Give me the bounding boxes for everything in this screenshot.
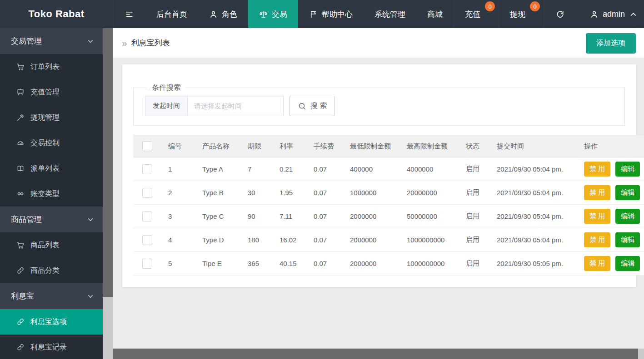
column-header: 最高限制金额 (400, 135, 459, 157)
breadcrumb-bar: » 利息宝列表 添加选项 (113, 28, 644, 58)
row-checkbox[interactable] (142, 188, 152, 198)
sidebar-item-label: 商品列表 (30, 241, 60, 250)
table-row: 5Tipe E36540.150.0720000001000000000启用20… (133, 252, 644, 275)
cell-status: 启用 (459, 252, 490, 275)
sidebar-item-label: 充值管理 (30, 88, 60, 97)
nav-tab-label: 帮助中心 (322, 9, 353, 20)
sidebar-section-label: 交易管理 (11, 36, 42, 46)
column-header: 状态 (459, 135, 490, 157)
disable-button[interactable]: 禁 用 (584, 185, 610, 200)
cell-status: 启用 (459, 228, 490, 252)
sidebar-item-withdraw-manage[interactable]: 提现管理 (0, 105, 103, 130)
table-row: 2Type B301.950.07100000020000000启用2021/0… (133, 181, 644, 205)
row-checkbox[interactable] (142, 164, 152, 174)
top-navbar: Toko Rabat 后台首页角色交易帮助中心系统管理商城充值0提现0 admi… (0, 0, 644, 28)
sidebar-scrollbar[interactable] (103, 28, 113, 359)
edit-button[interactable]: 编辑 (615, 185, 640, 200)
flag-icon (309, 10, 318, 19)
cell-actions: 禁 用编辑删除 (577, 228, 644, 252)
cell-actions: 禁 用编辑删除 (577, 205, 644, 228)
cell-min: 2000000 (343, 252, 400, 275)
select-all-checkbox[interactable] (142, 141, 152, 151)
column-header: 操作 (577, 135, 644, 157)
table-row: 4Type D18016.020.0720000001000000000启用20… (133, 228, 644, 252)
cell-fee: 0.07 (307, 157, 343, 181)
sidebar-toggle-button[interactable] (113, 0, 145, 28)
refresh-button[interactable] (544, 0, 576, 28)
sidebar-item-label: 订单列表 (30, 62, 60, 72)
cell-max: 1000000000 (400, 228, 459, 252)
table-row: 1Type A70.210.074000004000000启用2021/09/3… (133, 157, 644, 181)
row-checkbox[interactable] (142, 259, 152, 269)
nav-tab-label: 交易 (272, 9, 287, 20)
sidebar-section-trade-manage[interactable]: 交易管理 (0, 28, 103, 54)
edit-button[interactable]: 编辑 (615, 209, 640, 224)
sidebar-item-account-change-type[interactable]: 账变类型 (0, 181, 103, 207)
cell-fee: 0.07 (307, 181, 343, 205)
sidebar-item-recharge-manage[interactable]: 充值管理 (0, 79, 103, 105)
sidebar-item-interest-records[interactable]: 利息宝记录 (0, 334, 103, 359)
brand-logo: Toko Rabat (0, 0, 113, 28)
cell-name: Type A (195, 157, 241, 181)
user-menu[interactable]: admin (576, 0, 644, 28)
sidebar-section-interest[interactable]: 利息宝 (0, 283, 103, 309)
edit-button[interactable]: 编辑 (615, 162, 640, 177)
column-header: 编号 (161, 135, 195, 157)
date-field-label: 发起时间 (145, 96, 188, 116)
nav-tabs: 后台首页角色交易帮助中心系统管理商城充值0提现0 (145, 0, 544, 28)
row-checkbox[interactable] (142, 235, 152, 245)
cell-min: 2000000 (343, 228, 400, 252)
sidebar-item-dispatch-list[interactable]: 派单列表 (0, 156, 103, 181)
sidebar-item-label: 提现管理 (30, 113, 60, 123)
sidebar-item-label: 利息宝选项 (30, 317, 67, 327)
column-header: 提交时间 (490, 135, 577, 157)
search-panel-legend: 条件搜索 (147, 83, 185, 93)
link-icon (16, 343, 25, 351)
horizontal-scrollbar[interactable] (113, 349, 644, 359)
sidebar-item-order-list[interactable]: 订单列表 (0, 54, 103, 79)
edit-button[interactable]: 编辑 (615, 232, 640, 247)
sidebar-item-product-list[interactable]: 商品列表 (0, 232, 103, 258)
sidebar-section-product-manage[interactable]: 商品管理 (0, 207, 103, 232)
add-option-button[interactable]: 添加选项 (586, 33, 636, 54)
nav-tab-system[interactable]: 系统管理 (364, 0, 416, 28)
sidebar-scrollbar-thumb[interactable] (103, 28, 113, 297)
cell-name: Type D (195, 228, 241, 252)
disable-button[interactable]: 禁 用 (584, 256, 610, 271)
cell-max: 1000000000 (400, 252, 459, 275)
sidebar: 交易管理订单列表充值管理提现管理交易控制派单列表账变类型商品管理商品列表商品分类… (0, 28, 103, 359)
row-checkbox[interactable] (142, 211, 152, 221)
board-icon (16, 88, 25, 96)
nav-tab-mall[interactable]: 商城 (416, 0, 454, 28)
cart-icon (16, 241, 25, 249)
book-icon (16, 164, 25, 172)
cell-fee: 0.07 (307, 228, 343, 252)
disable-button[interactable]: 禁 用 (584, 232, 610, 247)
sidebar-item-trade-control[interactable]: 交易控制 (0, 130, 103, 156)
nav-tab-home[interactable]: 后台首页 (145, 0, 198, 28)
edit-button[interactable]: 编辑 (615, 256, 640, 271)
nav-tab-withdraw[interactable]: 提现0 (499, 0, 544, 28)
disable-button[interactable]: 禁 用 (584, 209, 610, 224)
sidebar-item-product-category[interactable]: 商品分类 (0, 258, 103, 283)
date-input[interactable] (188, 96, 283, 116)
main-content: » 利息宝列表 添加选项 条件搜索 发起时间 搜 索 (113, 28, 644, 359)
cell-term: 180 (241, 228, 273, 252)
menu-icon (125, 10, 134, 19)
notification-badge: 0 (485, 1, 495, 11)
nav-tab-help-center[interactable]: 帮助中心 (298, 0, 364, 28)
nav-tab-recharge[interactable]: 充值0 (454, 0, 499, 28)
nav-tab-role[interactable]: 角色 (198, 0, 248, 28)
cell-actions: 禁 用编辑删除 (577, 252, 644, 275)
disable-button[interactable]: 禁 用 (584, 162, 610, 177)
sidebar-item-interest-options[interactable]: 利息宝选项 (0, 309, 103, 334)
horizontal-scrollbar-thumb[interactable] (113, 349, 638, 359)
nav-tab-label: 后台首页 (156, 9, 187, 20)
cell-min: 2000000 (343, 205, 400, 228)
search-button[interactable]: 搜 索 (290, 96, 335, 116)
person-icon (209, 10, 218, 19)
cell-rate: 0.21 (273, 157, 307, 181)
cell-id: 3 (161, 205, 195, 228)
chevron-down-icon (86, 37, 95, 45)
nav-tab-trade[interactable]: 交易 (248, 0, 298, 28)
